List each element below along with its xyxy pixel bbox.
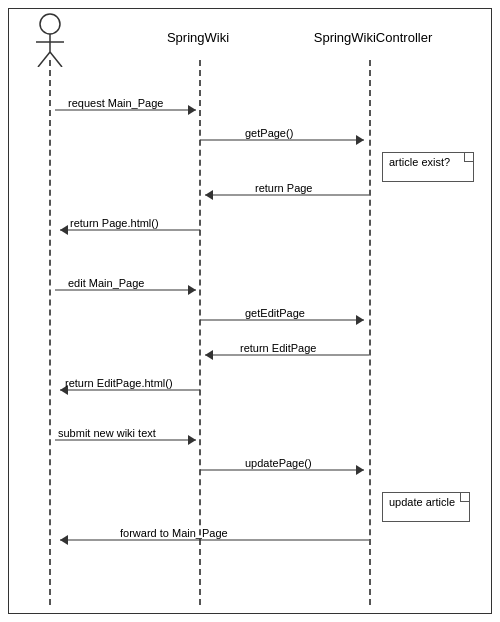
svg-marker-6 [188, 105, 196, 115]
note-update-article: update article [382, 492, 470, 522]
svg-text:return EditPage.html(): return EditPage.html() [65, 377, 173, 389]
svg-marker-33 [356, 465, 364, 475]
svg-text:getEditPage: getEditPage [245, 307, 305, 319]
svg-marker-30 [188, 435, 196, 445]
note-article-exist: article exist? [382, 152, 474, 182]
svg-text:getPage(): getPage() [245, 127, 293, 139]
svg-text:edit Main_Page: edit Main_Page [68, 277, 144, 289]
arrows-svg: request Main_Page getPage() return Page … [0, 0, 500, 622]
svg-marker-21 [356, 315, 364, 325]
svg-text:request Main_Page: request Main_Page [68, 97, 163, 109]
svg-text:return Page.html(): return Page.html() [70, 217, 159, 229]
svg-text:forward to Main_Page: forward to Main_Page [120, 527, 228, 539]
svg-marker-12 [205, 190, 213, 200]
svg-text:return Page: return Page [255, 182, 312, 194]
svg-marker-36 [60, 535, 68, 545]
svg-text:return EditPage: return EditPage [240, 342, 316, 354]
svg-marker-9 [356, 135, 364, 145]
sequence-diagram: SpringWiki SpringWikiController request … [0, 0, 500, 622]
svg-marker-24 [205, 350, 213, 360]
svg-marker-15 [60, 225, 68, 235]
svg-text:updatePage(): updatePage() [245, 457, 312, 469]
svg-text:submit new wiki text: submit new wiki text [58, 427, 156, 439]
svg-marker-18 [188, 285, 196, 295]
